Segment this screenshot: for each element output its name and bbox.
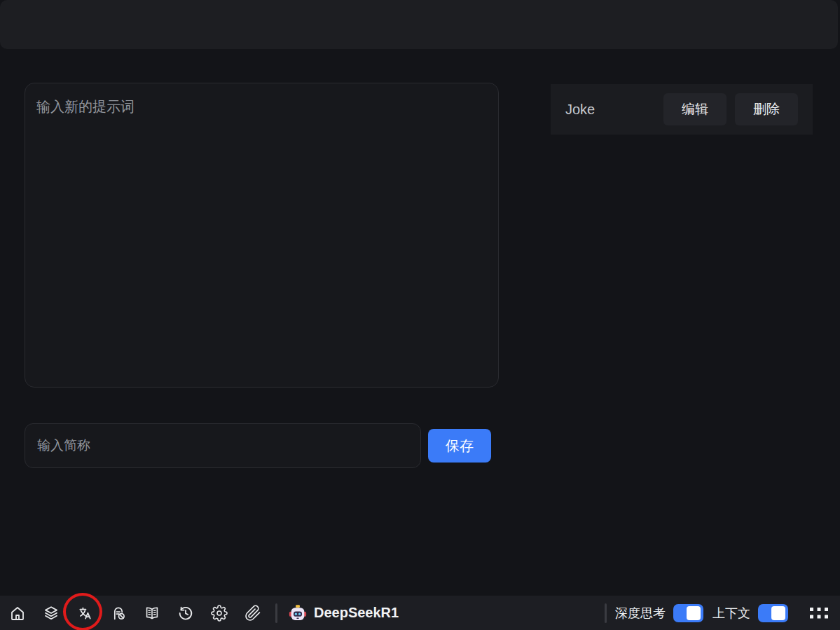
model-selector[interactable]: DeepSeekR1	[289, 604, 399, 622]
deep-thinking-label: 深度思考	[615, 605, 666, 622]
model-name: DeepSeekR1	[314, 605, 399, 621]
new-prompt-textarea[interactable]	[25, 83, 499, 388]
book-icon[interactable]	[144, 605, 160, 622]
toggle-knob	[771, 606, 785, 620]
prompt-shortname-input[interactable]	[25, 423, 421, 468]
delete-prompt-button[interactable]: 删除	[735, 93, 798, 125]
toolbar-icon-group	[9, 605, 261, 622]
robot-emoji-icon	[289, 604, 307, 622]
context-toggle[interactable]	[758, 604, 788, 622]
save-button[interactable]: 保存	[428, 429, 491, 463]
toolbar-right-group: 深度思考 上下文	[605, 603, 829, 623]
app-window: 保存 Joke 编辑 删除	[0, 0, 840, 630]
grid-dots-icon[interactable]	[809, 605, 829, 622]
saved-prompt-row: Joke 编辑 删除	[551, 84, 813, 135]
toggle-knob	[687, 606, 701, 620]
saved-prompt-name: Joke	[565, 102, 595, 118]
paperclip-icon[interactable]	[245, 605, 261, 622]
home-icon[interactable]	[9, 605, 26, 622]
translate-icon[interactable]	[76, 605, 93, 622]
top-header-bar	[0, 0, 838, 49]
toolbar-divider	[275, 603, 277, 623]
settings-gear-icon[interactable]	[211, 605, 228, 622]
bottom-toolbar: DeepSeekR1 深度思考 上下文	[0, 596, 840, 630]
privacy-blocker-icon[interactable]	[110, 605, 127, 622]
history-icon[interactable]	[177, 605, 194, 622]
edit-prompt-button[interactable]: 编辑	[663, 93, 727, 125]
context-label: 上下文	[712, 605, 750, 622]
layers-icon[interactable]	[43, 605, 60, 622]
deep-thinking-toggle[interactable]	[673, 604, 703, 622]
toolbar-right-divider	[605, 603, 607, 623]
